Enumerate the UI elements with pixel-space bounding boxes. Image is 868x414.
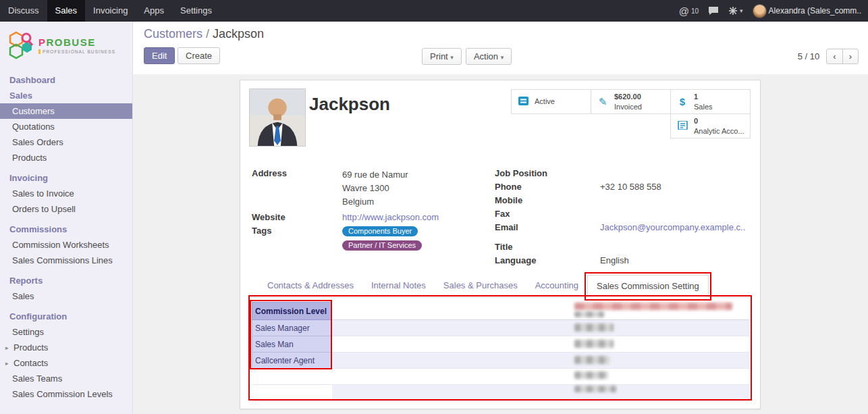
field-groups: Address 69 rue de Namur Wavre 1300 Belgi… xyxy=(252,168,751,265)
sidebar-item-orders-to-upsell[interactable]: Orders to Upsell xyxy=(0,201,132,217)
sidebar: PROBUSE PROFESSIONAL BUSINESS Dashboard … xyxy=(0,22,133,414)
fax-value[interactable] xyxy=(600,209,751,219)
tab-contacts-addresses[interactable]: Contacts & Addresses xyxy=(259,275,362,297)
user-avatar xyxy=(753,4,767,18)
commission-level-cell[interactable]: Callcenter Agent xyxy=(252,353,332,369)
menu-invoicing[interactable]: Invoicing xyxy=(85,0,136,22)
at-icon: @ xyxy=(679,5,689,17)
action-dropdown[interactable]: Action ▾ xyxy=(466,48,512,65)
mobile-value[interactable] xyxy=(600,195,751,205)
commission-table: Commission Level Sales Manager Sales Man… xyxy=(252,302,750,400)
sidebar-section-sales: Sales Customers Quotations Sales Orders … xyxy=(0,88,132,165)
pager-previous-button[interactable]: ‹ xyxy=(826,49,842,64)
menu-sales[interactable]: Sales xyxy=(47,0,86,22)
pager-count: 5 / 10 xyxy=(798,51,820,61)
tab-sales-purchases[interactable]: Sales & Purchases xyxy=(435,275,526,297)
record-sheet: Jackpson Active ✎ $620.00Invoiced $ 1Sal… xyxy=(240,80,761,409)
user-menu[interactable]: Alexandra (Sales_comm.. xyxy=(753,4,861,18)
sidebar-item-reports-sales[interactable]: Sales xyxy=(0,288,132,304)
sidebar-item-sales-commissions-lines[interactable]: Sales Commissions Lines xyxy=(0,253,132,268)
tab-sales-commission-setting[interactable]: Sales Commission Setting xyxy=(587,275,709,298)
breadcrumb-customers[interactable]: Customers xyxy=(144,27,202,41)
table-cell[interactable] xyxy=(252,369,332,385)
sidebar-section-reports: Reports Sales xyxy=(0,273,132,304)
table-cell[interactable] xyxy=(332,320,751,336)
tags-value: Components Buyer Partner / IT Services xyxy=(342,226,495,254)
table-cell[interactable] xyxy=(252,385,332,401)
sidebar-item-customers[interactable]: Customers xyxy=(0,103,132,119)
table-row[interactable]: Sales Man xyxy=(252,336,751,353)
sidebar-item-sales-teams[interactable]: Sales Teams xyxy=(0,371,132,386)
tab-internal-notes[interactable]: Internal Notes xyxy=(362,275,435,297)
phone-label: Phone xyxy=(495,182,591,192)
sidebar-item-sales-orders[interactable]: Sales Orders xyxy=(0,134,132,150)
table-cell[interactable] xyxy=(332,336,751,353)
sidebar-heading-commissions[interactable]: Commissions xyxy=(0,222,132,237)
website-link[interactable]: http://www.jackpson.com xyxy=(342,212,495,222)
sidebar-item-config-contacts[interactable]: ▸Contacts xyxy=(0,355,132,371)
record-title: Jackpson xyxy=(309,94,390,115)
analytic-accounts-stat-button[interactable]: 0Analytic Acco... xyxy=(670,113,751,138)
stat-label: Invoiced xyxy=(614,102,642,111)
invoiced-stat-button[interactable]: ✎ $620.00Invoiced xyxy=(591,89,671,114)
address-label: Address xyxy=(252,168,333,209)
table-row[interactable]: Callcenter Agent xyxy=(252,353,751,369)
language-label: Language xyxy=(495,255,591,265)
debug-menu-button[interactable]: ▾ xyxy=(728,6,743,16)
edit-button[interactable]: Edit xyxy=(144,47,175,64)
language-value[interactable]: English xyxy=(600,255,751,265)
print-dropdown[interactable]: Print ▾ xyxy=(422,48,462,65)
sidebar-heading-sales[interactable]: Sales xyxy=(0,88,132,103)
table-row-empty[interactable] xyxy=(252,385,751,401)
table-row-empty[interactable] xyxy=(252,369,751,385)
notebook-tabs: Contacts & Addresses Internal Notes Sale… xyxy=(250,275,751,298)
stat-value: $620.00 xyxy=(614,92,642,101)
sidebar-heading-invoicing[interactable]: Invoicing xyxy=(0,170,132,186)
top-navbar: Discuss Sales Invoicing Apps Settings @ … xyxy=(0,0,868,22)
sidebar-item-sales-commission-levels[interactable]: Sales Commission Levels xyxy=(0,386,132,402)
messages-button[interactable] xyxy=(708,6,719,16)
sidebar-heading-configuration[interactable]: Configuration xyxy=(0,309,132,324)
email-label: Email xyxy=(495,222,591,232)
sidebar-heading-dashboard[interactable]: Dashboard xyxy=(0,72,132,88)
sidebar-section-configuration: Configuration Settings ▸Products ▸Contac… xyxy=(0,309,132,402)
sidebar-item-config-products[interactable]: ▸Products xyxy=(0,340,132,355)
commission-level-cell[interactable]: Sales Manager xyxy=(252,320,332,336)
app-menu: Discuss Sales Invoicing Apps Settings xyxy=(0,0,220,22)
title-value[interactable] xyxy=(600,242,751,252)
table-row[interactable]: Sales Manager xyxy=(252,320,751,336)
tag-partner-it-services[interactable]: Partner / IT Services xyxy=(342,240,422,251)
commission-level-header[interactable]: Commission Level xyxy=(252,303,332,320)
customer-photo[interactable] xyxy=(249,88,306,147)
tag-components-buyer[interactable]: Components Buyer xyxy=(342,226,418,236)
email-link[interactable]: Jackpson@yourcompany.example.c.. xyxy=(600,222,751,232)
commission-level-cell[interactable]: Sales Man xyxy=(252,336,332,353)
job-position-value[interactable] xyxy=(600,168,751,178)
pager-next-button[interactable]: › xyxy=(842,49,859,64)
sidebar-item-products[interactable]: Products xyxy=(0,150,132,165)
table-cell[interactable] xyxy=(332,353,751,369)
sidebar-item-quotations[interactable]: Quotations xyxy=(0,119,132,134)
pencil-icon: ✎ xyxy=(597,96,609,108)
table-cell[interactable] xyxy=(332,385,751,401)
active-toggle-button[interactable]: Active xyxy=(511,89,591,114)
sales-stat-button[interactable]: $ 1Sales xyxy=(670,89,751,114)
probuse-logo[interactable]: PROBUSE PROFESSIONAL BUSINESS xyxy=(0,22,132,68)
create-button[interactable]: Create xyxy=(178,47,220,64)
tab-accounting[interactable]: Accounting xyxy=(526,275,587,297)
sidebar-item-sales-to-invoice[interactable]: Sales to Invoice xyxy=(0,186,132,201)
menu-discuss[interactable]: Discuss xyxy=(0,0,47,22)
stat-label: Analytic Acco... xyxy=(694,126,744,136)
sidebar-item-settings[interactable]: Settings xyxy=(0,324,132,340)
sidebar-heading-reports[interactable]: Reports xyxy=(0,273,132,288)
active-toggle-icon xyxy=(517,96,529,107)
mobile-label: Mobile xyxy=(495,195,591,205)
address-value[interactable]: 69 rue de Namur Wavre 1300 Belgium xyxy=(342,168,495,209)
table-cell[interactable] xyxy=(332,369,751,385)
stat-buttons: Active ✎ $620.00Invoiced $ 1Sales 0Analy… xyxy=(512,90,751,138)
mentions-button[interactable]: @ 10 xyxy=(679,5,699,17)
menu-settings[interactable]: Settings xyxy=(172,0,220,22)
menu-apps[interactable]: Apps xyxy=(136,0,172,22)
sidebar-item-commission-worksheets[interactable]: Commission Worksheets xyxy=(0,237,132,253)
phone-value[interactable]: +32 10 588 558 xyxy=(600,182,751,192)
